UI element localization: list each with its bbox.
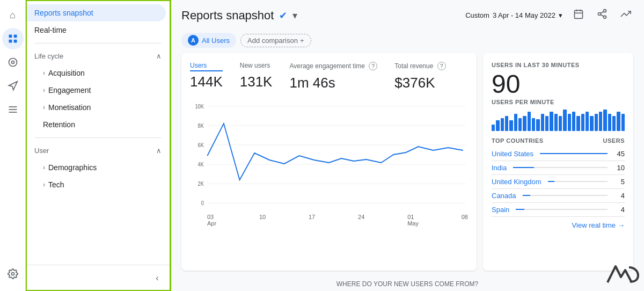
bar-item	[603, 110, 606, 131]
country-bar	[513, 167, 534, 168]
reports-nav-item[interactable]	[2, 28, 24, 49]
countries-header: TOP COUNTRIES USERS	[492, 137, 625, 144]
metric-users-label: Users	[190, 62, 223, 71]
country-name-uk[interactable]: United Kingdom	[492, 178, 541, 186]
revenue-help-icon[interactable]: ?	[437, 62, 446, 70]
metric-engagement: Average engagement time ? 1m 46s	[289, 62, 377, 91]
bar-item	[541, 114, 544, 131]
svg-line-17	[601, 14, 604, 16]
engagement-help-icon[interactable]: ?	[369, 62, 377, 70]
svg-point-16	[604, 16, 606, 18]
explore-nav-item[interactable]	[2, 52, 24, 73]
chevron-right-icon: ›	[43, 164, 45, 171]
bar-item	[590, 116, 593, 131]
svg-text:10K: 10K	[195, 104, 204, 110]
mini-bar-chart	[492, 110, 625, 131]
sidebar-item-engagement[interactable]: › Engagement	[26, 82, 170, 99]
chevron-right-icon: ›	[43, 181, 45, 188]
bar-item	[563, 110, 566, 131]
bar-item	[523, 116, 526, 131]
main-chart-card: Users 144K New users 131K Average engage…	[181, 53, 477, 271]
metric-users: Users 144K	[190, 62, 223, 91]
chart-x-labels: 03Apr 10 17 24 01May 08	[190, 212, 468, 227]
metric-new-users-value: 131K	[240, 74, 273, 90]
customize-icon-button[interactable]	[618, 6, 633, 24]
svg-rect-0	[9, 35, 12, 38]
bar-item	[501, 118, 504, 131]
country-name-canada[interactable]: Canada	[492, 192, 516, 200]
sidebar-footer: ‹	[26, 265, 170, 291]
country-row-canada: Canada 4	[492, 189, 625, 203]
divider	[34, 43, 162, 43]
lifecycle-section-label: Life cycle	[34, 52, 63, 60]
advertising-nav-item[interactable]	[2, 75, 24, 97]
bar-item	[545, 116, 548, 131]
svg-text:0: 0	[201, 200, 204, 206]
sidebar-item-monetisation[interactable]: › Monetisation	[26, 99, 170, 116]
sidebar-item-reports-snapshot[interactable]: Reports snapshot	[26, 4, 166, 21]
bar-item	[496, 120, 499, 131]
sidebar-content: Reports snapshot Real-time Life cycle ∧ …	[26, 0, 170, 265]
dashboard-grid: Users 144K New users 131K Average engage…	[171, 53, 644, 277]
country-name-india[interactable]: India	[492, 164, 507, 172]
share-icon-button[interactable]	[595, 6, 610, 24]
metric-users-value: 144K	[190, 74, 223, 90]
wp-logo	[605, 262, 640, 287]
country-users-india: 10	[614, 164, 625, 172]
bottom-bar-text: WHERE DO YOUR NEW USERS COME FROM?	[336, 280, 478, 288]
users-column-label: USERS	[603, 137, 625, 144]
bar-item	[586, 112, 589, 131]
metric-new-users-label: New users	[240, 62, 273, 71]
country-bar-container	[540, 153, 608, 154]
bar-item	[572, 112, 575, 131]
sidebar-item-demographics[interactable]: › Demographics	[26, 159, 170, 176]
metric-revenue-label: Total revenue ?	[394, 62, 445, 72]
configure-nav-item[interactable]	[2, 99, 24, 120]
collapse-sidebar-button[interactable]: ‹	[149, 270, 166, 287]
chevron-right-icon: ›	[43, 69, 45, 77]
metric-engagement-value: 1m 46s	[289, 75, 377, 91]
country-name-spain[interactable]: Spain	[492, 206, 509, 214]
user-section-label: User	[34, 147, 49, 155]
sidebar-item-label: Tech	[48, 180, 64, 189]
country-users-spain: 4	[614, 206, 625, 214]
bar-item	[595, 114, 598, 131]
country-bar-container	[516, 209, 608, 210]
sidebar: Reports snapshot Real-time Life cycle ∧ …	[26, 0, 171, 291]
country-users-uk: 5	[614, 178, 625, 186]
bar-item	[505, 116, 508, 131]
plus-icon: +	[300, 37, 304, 45]
bar-item	[509, 120, 513, 131]
arrow-right-icon: →	[618, 221, 625, 229]
lifecycle-section-header[interactable]: Life cycle ∧	[26, 48, 170, 64]
top-countries-label: TOP COUNTRIES	[492, 137, 544, 144]
add-comparison-label: Add comparison	[247, 37, 298, 45]
chevron-up-icon: ∧	[156, 147, 162, 155]
divider	[34, 137, 162, 138]
bar-item	[554, 114, 558, 131]
svg-point-4	[9, 59, 17, 67]
sidebar-item-retention[interactable]: Retention	[26, 116, 170, 133]
country-users-canada: 4	[614, 192, 625, 200]
metric-revenue: Total revenue ? $376K	[394, 62, 445, 91]
settings-nav-item[interactable]	[2, 263, 24, 285]
svg-point-14	[604, 10, 606, 12]
chevron-up-icon: ∧	[156, 52, 162, 60]
country-name-us[interactable]: United States	[492, 150, 533, 158]
sidebar-item-tech[interactable]: › Tech	[26, 176, 170, 193]
calendar-icon-button[interactable]	[571, 6, 586, 24]
add-comparison-button[interactable]: Add comparison +	[240, 34, 311, 47]
realtime-per-minute-label: USERS PER MINUTE	[492, 99, 625, 105]
bar-item	[559, 116, 562, 131]
country-row-spain: Spain 4	[492, 203, 625, 217]
date-range-button[interactable]: Custom 3 Apr - 14 May 2022 ▾	[465, 11, 562, 19]
title-dropdown-button[interactable]: ▾	[292, 10, 297, 21]
bar-item	[528, 112, 531, 131]
sidebar-item-realtime[interactable]: Real-time	[26, 21, 166, 39]
user-section-header[interactable]: User ∧	[26, 142, 170, 159]
home-nav-item[interactable]: ⌂	[2, 4, 24, 26]
view-realtime-link[interactable]: View real time →	[492, 221, 625, 229]
all-users-chip[interactable]: A All Users	[181, 33, 236, 48]
bar-item	[568, 114, 571, 131]
sidebar-item-acquisition[interactable]: › Acquisition	[26, 64, 170, 82]
